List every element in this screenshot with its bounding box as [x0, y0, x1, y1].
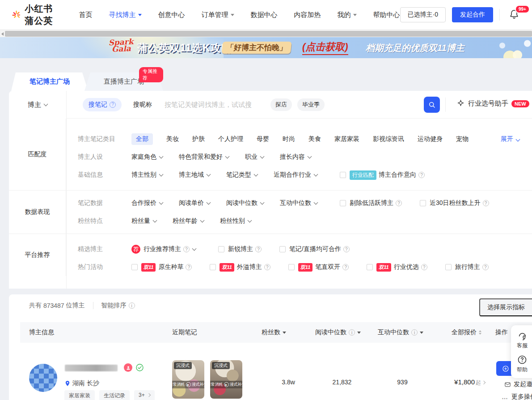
column-price-sort[interactable]: 全部报价	[452, 322, 481, 343]
help-icon[interactable]: ?	[343, 246, 350, 252]
category-option-all[interactable]: 全部	[131, 133, 153, 145]
category-option[interactable]: 美食	[308, 135, 321, 143]
dropdown-family-role[interactable]: 家庭角色	[131, 153, 163, 161]
search-button[interactable]	[424, 97, 440, 113]
search-input[interactable]	[165, 101, 265, 108]
help-icon[interactable]: ?	[483, 200, 489, 206]
help-icon[interactable]: ?	[186, 264, 192, 270]
nav-item-help-center[interactable]: 帮助中心	[373, 11, 400, 19]
checkbox[interactable]	[279, 246, 286, 252]
help-icon[interactable]: ?	[482, 264, 489, 270]
help-button[interactable]: 帮助	[516, 355, 528, 374]
chevron-down-icon	[207, 200, 211, 204]
category-option[interactable]: 家居家装	[334, 135, 359, 143]
dropdown-coop-price[interactable]: 合作报价	[131, 199, 163, 207]
note-thumbnail[interactable]: 沉浸式 日常消耗▶浸式补货	[172, 360, 204, 399]
column-interact-median-sort[interactable]: 互动中位数i	[378, 322, 423, 343]
checkbox[interactable]	[340, 172, 346, 178]
send-invite-link[interactable]: 发起邀约	[504, 380, 532, 388]
checkbox[interactable]	[288, 264, 295, 270]
dropdown-interact-median[interactable]: 互动中位数	[280, 199, 317, 207]
dropdown-read-median[interactable]: 阅读中位数	[226, 199, 264, 207]
info-icon[interactable]: i	[129, 302, 135, 309]
checkbox[interactable]	[367, 264, 373, 270]
choose-metrics-button[interactable]: 选择展示指标	[479, 298, 532, 316]
category-option[interactable]: 美妆	[166, 135, 179, 143]
help-icon[interactable]: ?	[421, 264, 427, 270]
checkbox[interactable]	[131, 264, 138, 270]
nav-item-data-center[interactable]: 数据中心	[251, 11, 278, 19]
info-icon[interactable]: i	[349, 329, 355, 336]
category-option[interactable]: 时尚	[283, 135, 295, 143]
column-fans-sort[interactable]: 粉丝数	[262, 322, 286, 343]
dropdown-fans-gender[interactable]: 粉丝性别	[220, 217, 251, 225]
smart-sort[interactable]: 智能排序	[101, 302, 127, 310]
nav-item-find-bloggers[interactable]: 寻找博主	[109, 11, 142, 19]
help-icon[interactable]: ?	[342, 264, 349, 270]
industry-picker-helper[interactable]: 行业选号助手 NEW	[456, 99, 529, 108]
column-read-median-sort[interactable]: 阅读中位数i	[315, 322, 361, 343]
search-scope-dropdown[interactable]: 博主	[9, 91, 66, 119]
checkbox[interactable]	[420, 200, 426, 206]
help-icon[interactable]: ?	[396, 200, 402, 206]
blogger-name-redacted[interactable]	[65, 365, 118, 371]
info-icon[interactable]: i	[411, 329, 418, 336]
help-icon[interactable]: ?	[255, 246, 262, 252]
dropdown-region[interactable]: 博主地域	[179, 171, 210, 179]
tab-note-blogger-plaza[interactable]: 笔记博主广场	[11, 72, 88, 91]
nav-item-content-heating[interactable]: 内容加热	[294, 11, 321, 19]
checkbox[interactable]	[445, 264, 452, 270]
dropdown-note-type[interactable]: 笔记类型	[226, 171, 258, 179]
dropdown-fans-age[interactable]: 粉丝年龄	[173, 217, 204, 225]
dropdown-read-unit-price[interactable]: 阅读单价	[179, 199, 210, 207]
category-option[interactable]: 影视综资讯	[373, 135, 404, 143]
help-icon[interactable]: ?	[110, 102, 116, 108]
dropdown-industry-recommend[interactable]: 荐 行业推荐博主 ?	[131, 245, 196, 254]
hot-tag-biyeji[interactable]: 毕业季	[297, 98, 325, 111]
checkbox[interactable]	[218, 246, 224, 252]
category-option[interactable]: 母婴	[257, 135, 269, 143]
banner-cta-link[interactable]: (点击获取)	[302, 40, 348, 55]
help-icon[interactable]: ?	[418, 172, 425, 178]
dropdown-fans-count[interactable]: 粉丝量	[131, 217, 156, 225]
dropdown-recent-coop-industry[interactable]: 近期合作行业	[274, 171, 317, 179]
price-link[interactable]: ¥1,800起	[425, 378, 485, 387]
promo-banner[interactable]: SparkGala 蒲公英双11选K攻略 「好博主不怕晚」 (点击获取) 档期充…	[0, 37, 532, 58]
blogger-avatar-blurred[interactable]	[29, 364, 57, 392]
divider	[445, 98, 446, 112]
dropdown-content-specialty[interactable]: 擅长内容	[280, 153, 311, 161]
brand-logo[interactable]: 小红书蒲公英	[12, 3, 62, 27]
checkbox-d11-overflow-blogger: 双11 外溢博主 ?	[210, 263, 270, 272]
start-cooperation-button[interactable]: 发起合作	[452, 7, 493, 22]
category-option[interactable]: 运动健身	[418, 135, 443, 143]
nav-item-creative-center[interactable]: 创意中心	[158, 11, 185, 19]
scroll-left-arrow[interactable]	[0, 30, 5, 37]
expand-link[interactable]: 展开	[501, 135, 519, 143]
customer-service-button[interactable]: 客服	[516, 331, 528, 349]
help-icon[interactable]: ?	[264, 264, 270, 270]
hot-tag-tandian[interactable]: 探店	[270, 98, 292, 111]
checkbox[interactable]	[340, 200, 346, 206]
category-option[interactable]: 护肤	[192, 135, 205, 143]
table-header: 博主信息 近期笔记 粉丝数 阅读中位数i 互动中位数i 全部报价 操作	[20, 322, 532, 343]
checkbox[interactable]	[210, 264, 216, 270]
search-mode-nickname[interactable]: 搜昵称	[133, 101, 152, 109]
nav-item-mine[interactable]: 我的	[338, 11, 357, 19]
chevron-down-icon	[207, 172, 211, 176]
dropdown-background-hobby[interactable]: 特色背景和爱好	[179, 153, 229, 161]
nav-item-order-management[interactable]: 订单管理	[202, 11, 234, 19]
nav-item-home[interactable]: 首页	[79, 11, 93, 19]
more-tags-toggle[interactable]: 3+	[134, 390, 155, 400]
category-option[interactable]: 个人护理	[218, 135, 243, 143]
notification-bell[interactable]: 99+	[509, 9, 520, 21]
note-thumbnail[interactable]: 沉浸式 日常消耗▶浸式补货	[210, 360, 242, 399]
search-mode-note[interactable]: 搜笔记?	[83, 98, 122, 111]
category-option[interactable]: 宠物	[456, 135, 469, 143]
scrollbar-thumb[interactable]	[5, 31, 532, 37]
dropdown-gender[interactable]: 博主性别	[131, 171, 163, 179]
more-operations-link[interactable]: … 更多操作	[502, 393, 532, 400]
selected-bloggers-button[interactable]: 已选博主·0	[400, 7, 446, 22]
search-icon	[428, 101, 436, 109]
help-icon[interactable]: ?	[183, 246, 190, 252]
dropdown-occupation[interactable]: 职业	[245, 153, 264, 161]
